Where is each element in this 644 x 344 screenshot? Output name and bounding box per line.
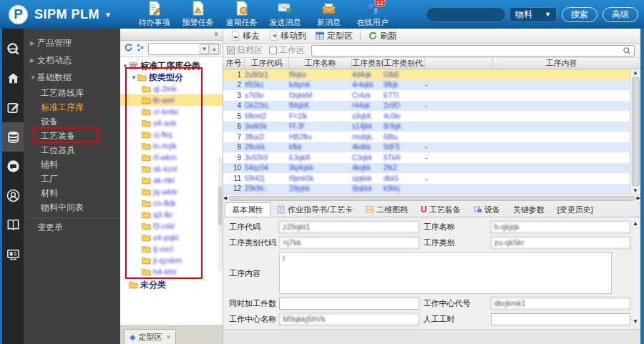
- topbar-tool-new-message[interactable]: 新消息: [307, 1, 351, 28]
- checkbox-归档区[interactable]: ✓归档区: [227, 44, 263, 56]
- global-search-input[interactable]: [426, 7, 506, 22]
- tab-基本属性[interactable]: 基本属性: [225, 202, 270, 217]
- find-prev-icon[interactable]: ▲: [210, 44, 219, 54]
- table-search-input[interactable]: [312, 46, 620, 55]
- tree-leaf[interactable]: rf-wkm: [120, 152, 223, 163]
- table-row[interactable]: 1169t42jt9jmk5ksjqkkkdkk5-: [223, 173, 640, 184]
- sidebar-item-变更单[interactable]: 变更单: [24, 217, 120, 236]
- rail-chat-icon[interactable]: [2, 152, 24, 181]
- close-icon[interactable]: ×: [166, 333, 170, 341]
- scroll-up-icon[interactable]: ▲: [633, 69, 638, 76]
- sidebar-item-工位器具[interactable]: 工位器具: [24, 143, 120, 157]
- form-input-工作中心名称[interactable]: M9qkkj5hVk: [279, 313, 419, 325]
- tab-[变更历史][interactable]: [变更历史]: [551, 202, 600, 217]
- sidebar-item-文档动态[interactable]: ▶文档动态: [24, 51, 120, 69]
- search-category-dropdown[interactable]: 物料 ▼: [509, 7, 557, 22]
- column-header-序号[interactable]: 序号: [223, 58, 245, 69]
- table-horizontal-scrollbar[interactable]: ◀ ▶: [223, 194, 640, 202]
- topbar-tool-overdue-task[interactable]: 逾期任务: [220, 1, 263, 28]
- tab-设备[interactable]: 设备: [467, 202, 507, 217]
- tree-leaf[interactable]: cn-fklk: [120, 197, 223, 209]
- tab-关键参数[interactable]: 关键参数: [507, 202, 551, 217]
- column-header-工序名称[interactable]: 工序名称: [289, 58, 352, 69]
- table-row[interactable]: 93v92k9E3qkRC3qkk5TkR-: [223, 152, 640, 163]
- column-header-工序代码[interactable]: 工序代码: [245, 58, 289, 69]
- move-to-button[interactable]: 移动到: [264, 29, 311, 42]
- form-input-工序名称[interactable]: h-qkjqk: [491, 221, 631, 233]
- tree-node-unclassified[interactable]: 未分类: [120, 279, 223, 290]
- sidebar-item-材料[interactable]: 材料: [24, 186, 120, 200]
- tree-refresh-icon[interactable]: [122, 43, 135, 54]
- column-header-blank[interactable]: [425, 58, 493, 69]
- rail-edit-icon[interactable]: [2, 93, 24, 122]
- form-input-人工工时[interactable]: [491, 313, 631, 325]
- form-input-同时加工件数[interactable]: [279, 298, 419, 310]
- table-row[interactable]: 3s7t0krf3qkkMCr4zkETTl: [223, 90, 640, 101]
- tree-leaf[interactable]: ak-rtkl: [120, 175, 223, 186]
- tree-leaf[interactable]: qj-2mk: [120, 83, 223, 94]
- column-header-工序类别[interactable]: 工序类别: [352, 58, 384, 69]
- rail-support-icon[interactable]: [2, 181, 24, 210]
- table-row[interactable]: 1054qz049kj4qkk4kqkk2tk2: [223, 163, 640, 174]
- tab-二维图档[interactable]: 二维图档: [359, 202, 414, 217]
- tree-leaf[interactable]: q3-lkr: [120, 209, 223, 220]
- sidebar-item-产品管理[interactable]: ▶产品管理: [24, 34, 120, 51]
- tree-expand-all-icon[interactable]: [135, 43, 147, 54]
- remove-button[interactable]: 移去: [226, 29, 264, 42]
- brand-caret-icon[interactable]: ▼: [104, 11, 112, 19]
- refresh-button[interactable]: 刷新: [364, 29, 401, 42]
- table-row[interactable]: 1229k9k:29jqkk9jqkkkk9kkj: [223, 184, 640, 195]
- form-textarea-工序内容[interactable]: t: [279, 252, 612, 294]
- form-scroll-down-icon[interactable]: ▼: [633, 318, 638, 325]
- scroll-down-icon[interactable]: ▼: [633, 187, 638, 194]
- table-row[interactable]: 73fka2/HB2fkvrmdqk.68tu: [223, 132, 640, 142]
- sidebar-item-辅料[interactable]: 辅料: [24, 157, 120, 172]
- form-input-工序类别代码[interactable]: =j7kk: [279, 237, 419, 249]
- sidebar-item-工艺装备[interactable]: 工艺装备: [24, 129, 120, 143]
- rail-book-icon[interactable]: [2, 210, 24, 240]
- table-row[interactable]: 12u90z1f9qkx4d4qkGfkE: [223, 69, 640, 80]
- tree-leaf[interactable]: sk-kzxl: [120, 163, 223, 175]
- rail-sipm-logo-icon[interactable]: SIPM: [2, 34, 24, 64]
- tab-工艺装备[interactable]: U工艺装备: [414, 202, 467, 217]
- table-row[interactable]: 4Gk22kLfMqkKr44qk2x9D-: [223, 101, 640, 112]
- sidebar-item-设备[interactable]: 设备: [24, 114, 120, 129]
- sidebar-item-物料中间表[interactable]: 物料中间表: [24, 200, 120, 215]
- collapse-panel-icon[interactable]: »: [210, 31, 221, 36]
- tree-leaf[interactable]: s4-axk: [120, 117, 223, 129]
- find-next-icon[interactable]: ▼: [200, 44, 209, 54]
- tree-leaf[interactable]: h4-kfxl: [120, 266, 223, 277]
- topbar-tool-alert-task[interactable]: 预警任务: [176, 1, 220, 28]
- tree-scrollbar[interactable]: [218, 157, 223, 272]
- sidebar-item-基础数据[interactable]: ▼基础数据: [24, 69, 120, 86]
- brand[interactable]: P SIPM PLM ▼: [9, 5, 119, 24]
- tree-leaf[interactable]: f3-rxkl: [120, 220, 223, 232]
- form-scroll-up-icon[interactable]: ▲: [633, 220, 638, 227]
- bottom-tab-finalize-area[interactable]: ◆ 定型区 ×: [124, 329, 176, 344]
- rail-monitor-icon[interactable]: [2, 240, 24, 269]
- topbar-tool-todo[interactable]: 待办事项: [132, 1, 176, 28]
- scroll-left-icon[interactable]: ◀: [223, 195, 227, 201]
- rail-database-icon[interactable]: [2, 122, 24, 152]
- tree-leaf[interactable]: jl-qzxkm: [120, 255, 223, 266]
- topbar-tool-send-message[interactable]: 发送消息: [263, 1, 307, 28]
- sidebar-item-标准工序库[interactable]: 标准工序库: [24, 100, 120, 114]
- sidebar-item-工艺路线库[interactable]: 工艺路线库: [24, 86, 120, 100]
- tree-leaf[interactable]: cr-knlw: [120, 106, 223, 117]
- tree-leaf[interactable]: tj-vxcl: [120, 243, 223, 255]
- search-button[interactable]: 搜索: [562, 7, 597, 22]
- column-header-工序内容[interactable]: 工序内容: [493, 58, 630, 69]
- sidebar-item-工厂[interactable]: 工厂: [24, 172, 120, 186]
- tree-leaf[interactable]: jq-wkle: [120, 186, 223, 197]
- table-vertical-scrollbar[interactable]: ▲ ▼: [630, 69, 640, 194]
- form-input-工序类别[interactable]: zu-qk5kr: [491, 237, 631, 249]
- table-row[interactable]: 82fkvkkkfkk4kdkk9dF5-: [223, 142, 640, 153]
- tree-leaf[interactable]: cj-fkq: [120, 129, 223, 140]
- table-row[interactable]: 56fkmt2F=1fks9qkK4c0kr: [223, 111, 640, 122]
- form-input-工作中心代号[interactable]: dkrjkmk1: [491, 298, 631, 310]
- rail-home-icon[interactable]: [2, 64, 24, 93]
- topbar-tool-online-users[interactable]: 12在线用户: [351, 1, 394, 28]
- tree-root[interactable]: ▼标准工序库分类: [120, 60, 223, 72]
- table-row[interactable]: 63wtk5kFf-3fs14jkk8r9gk: [223, 122, 640, 132]
- tree-node-by-type[interactable]: ▼按类型分: [120, 72, 223, 83]
